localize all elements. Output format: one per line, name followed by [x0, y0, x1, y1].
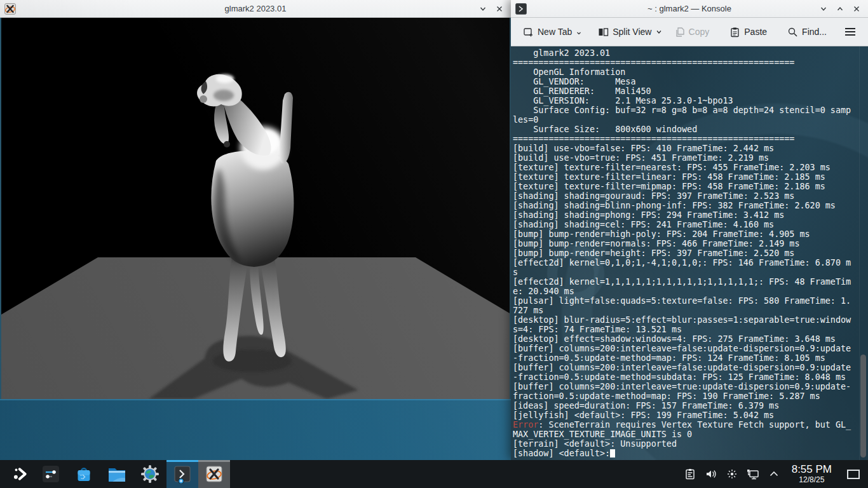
split-view-button[interactable]: Split View [593, 23, 667, 41]
paste-button[interactable]: Paste [725, 23, 771, 41]
active-task-indicator [166, 460, 198, 462]
gear-globe-icon [140, 464, 159, 484]
konsole-minimize-button[interactable] [818, 4, 829, 14]
konsole-close-button[interactable] [851, 4, 862, 14]
konsole-task-icon [173, 464, 192, 484]
glmark2-minimize-button[interactable] [478, 4, 488, 14]
new-tab-label: New Tab [538, 27, 572, 37]
split-view-icon [598, 27, 609, 37]
show-desktop-button[interactable] [843, 460, 864, 488]
split-view-label: Split View [613, 27, 651, 37]
search-icon [787, 27, 798, 37]
xorg-task-icon [205, 464, 224, 484]
terminal-scrollbar-handle[interactable] [860, 355, 866, 458]
terminal-area[interactable]: glmark2 2023.01=========================… [511, 46, 868, 460]
copy-label: Copy [689, 27, 710, 37]
glmark2-window-title: glmark2 2023.01 [0, 4, 511, 13]
chevron-down-icon [656, 28, 662, 36]
chevron-up-icon [768, 468, 780, 480]
find-button[interactable]: Find... [783, 23, 831, 41]
konsole-window: ~ : glmark2 — Konsole New Tab [511, 0, 868, 460]
konsole-maximize-button[interactable] [835, 4, 845, 14]
system-tray: 8:55 PM 12/8/25 [683, 460, 864, 488]
chevron-up-icon [836, 5, 844, 13]
chevron-down-icon [820, 5, 827, 13]
application-launcher-icon [12, 466, 29, 482]
glmark2-close-button[interactable] [494, 4, 505, 14]
discover-button[interactable] [67, 460, 100, 488]
desktop: glmark2 2023.01 [0, 0, 868, 488]
konsole-icon [515, 3, 527, 15]
clock-time: 8:55 PM [792, 464, 832, 476]
sliders-icon [41, 464, 60, 484]
dolphin-file-manager-button[interactable] [100, 460, 133, 488]
paste-icon [729, 27, 740, 37]
folder-icon [107, 466, 126, 483]
konsole-titlebar[interactable]: ~ : glmark2 — Konsole [511, 0, 868, 18]
chevron-down-icon [479, 5, 487, 13]
find-label: Find... [802, 27, 827, 37]
horse-3d-scene [1, 18, 510, 399]
brightness-tray-button[interactable] [725, 460, 739, 488]
new-tab-icon [523, 27, 534, 37]
clipboard-icon [684, 468, 696, 480]
menu-button[interactable] [840, 23, 860, 41]
new-tab-button[interactable]: New Tab [519, 23, 586, 41]
glmark2-render-scene [0, 18, 511, 399]
hamburger-menu-icon [844, 27, 856, 37]
taskbar-task-konsole[interactable] [166, 460, 198, 488]
paste-label: Paste [744, 27, 767, 37]
konsole-window-title: ~ : glmark2 — Konsole [511, 4, 868, 13]
close-icon [853, 5, 860, 13]
open-task-indicator [198, 460, 230, 462]
copy-icon [674, 27, 685, 37]
brightness-sun-icon [726, 468, 738, 480]
glmark2-titlebar[interactable]: glmark2 2023.01 [0, 0, 511, 18]
konsole-toolbar: New Tab Split View Copy [511, 18, 868, 46]
copy-button[interactable]: Copy [670, 23, 714, 41]
terminal-output: glmark2 2023.01=========================… [513, 48, 856, 458]
network-tray-button[interactable] [746, 460, 760, 488]
chevron-down-icon [576, 28, 581, 36]
clock[interactable]: 8:55 PM 12/8/25 [792, 464, 832, 484]
glmark2-window: glmark2 2023.01 [0, 0, 511, 400]
application-launcher-button[interactable] [6, 460, 34, 488]
taskbar-task-glmark2[interactable] [198, 460, 230, 488]
expand-tray-button[interactable] [767, 460, 781, 488]
terminal-scrollbar[interactable] [859, 46, 867, 460]
show-desktop-icon [846, 469, 860, 480]
clock-date: 12/8/25 [792, 476, 832, 484]
taskbar: 8:55 PM 12/8/25 [0, 460, 868, 488]
glmark2-window-bottom-border [0, 399, 511, 400]
network-wired-icon [746, 468, 760, 480]
system-settings-button[interactable] [133, 460, 166, 488]
clipboard-tray-button[interactable] [683, 460, 697, 488]
volume-icon [704, 468, 718, 480]
volume-tray-button[interactable] [704, 460, 718, 488]
xorg-icon [4, 3, 16, 15]
close-icon [496, 5, 503, 13]
system-settings-sliders-button[interactable] [34, 460, 67, 488]
discover-bag-icon [75, 464, 93, 484]
